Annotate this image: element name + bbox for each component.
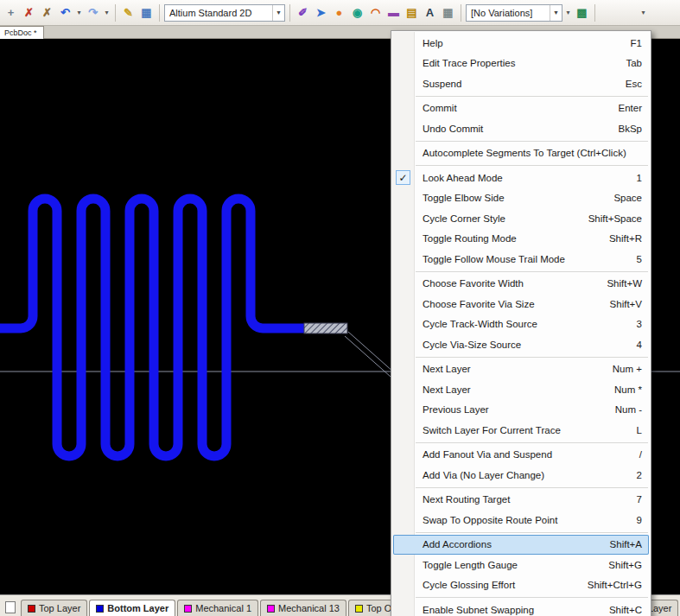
menu-item-shortcut: Shift+C — [595, 605, 642, 615]
variant-board-icon[interactable]: ▩ — [574, 4, 590, 21]
menu-item-autocomplete-segments-to-target-ctrl-click[interactable]: Autocomplete Segments To Target (Ctrl+Cl… — [391, 143, 651, 164]
menu-item-label: Add Via (No Layer Change) — [423, 470, 544, 480]
variations-dropdown-caret[interactable]: ▾ — [564, 4, 572, 21]
menu-item-suspend[interactable]: SuspendEsc — [391, 73, 651, 94]
cross-probe-icon[interactable]: ✗ — [21, 4, 37, 21]
layer-tab-top-layer[interactable]: Top Layer — [21, 600, 87, 616]
place-pad-icon[interactable]: ● — [331, 4, 347, 21]
menu-item-cycle-corner-style[interactable]: Cycle Corner StyleShift+Space — [391, 208, 651, 229]
grid-manager-icon[interactable]: ▦ — [138, 4, 155, 21]
menu-item-commit[interactable]: CommitEnter — [391, 98, 651, 119]
variations-combo-value: [No Variations] — [471, 8, 532, 18]
menu-item-shortcut: Shift+V — [596, 299, 642, 309]
serpentine-trace[interactable] — [0, 199, 304, 456]
layer-tab-label: Mechanical 1 — [195, 603, 251, 613]
menu-separator — [416, 271, 648, 272]
main-toolbar: +✗✗↶▾↷▾✎▦Altium Standard 2D▼✐➤●◉◠▬▤A▦[No… — [0, 0, 680, 26]
menu-item-label: Edit Trace Properties — [423, 58, 515, 68]
menu-item-help[interactable]: HelpF1 — [391, 33, 651, 54]
view-configuration-combo-caret-icon[interactable]: ▼ — [272, 5, 282, 21]
variations-combo-caret-icon[interactable]: ▼ — [550, 5, 559, 21]
place-arc-icon[interactable]: ◠ — [367, 4, 384, 21]
menu-item-choose-favorite-via-size[interactable]: Choose Favorite Via SizeShift+V — [391, 294, 651, 314]
toolbar-separator — [594, 4, 595, 22]
menu-item-look-ahead-mode[interactable]: ✓Look Ahead Mode1 — [391, 168, 651, 188]
checkmark-icon: ✓ — [396, 170, 410, 185]
menu-item-shortcut: 7 — [623, 494, 642, 505]
layer-tab-mechanical-1[interactable]: Mechanical 1 — [177, 600, 258, 616]
menu-item-next-layer[interactable]: Next LayerNum + — [391, 359, 651, 380]
sheet-icon[interactable] — [5, 601, 16, 613]
menu-item-cycle-glossing-effort[interactable]: Cycle Glossing EffortShift+Ctrl+G — [391, 575, 651, 596]
place-component-icon[interactable]: ▦ — [440, 4, 456, 21]
undo-button[interactable]: ↶ — [57, 4, 73, 21]
menu-item-add-fanout-via-and-suspend[interactable]: Add Fanout Via and Suspend/ — [391, 445, 651, 466]
magic-wand-icon[interactable]: ✎ — [120, 4, 137, 21]
menu-item-label: Swap To Opposite Route Point — [423, 515, 557, 525]
menu-item-add-accordions[interactable]: Add AccordionsShift+A — [393, 535, 649, 556]
menu-item-shortcut: 4 — [623, 340, 642, 350]
hatched-track-segment[interactable] — [304, 323, 347, 333]
menu-item-switch-layer-for-current-trace[interactable]: Switch Layer For Current TraceL — [391, 420, 651, 441]
menu-item-label: Toggle Routing Mode — [423, 233, 517, 244]
menu-item-shortcut: Shift+W — [593, 278, 642, 289]
place-polygon-icon[interactable]: ▤ — [404, 4, 420, 21]
place-fill-icon[interactable]: ▬ — [385, 4, 402, 21]
menu-item-cycle-via-size-source[interactable]: Cycle Via-Size Source4 — [391, 334, 651, 355]
menu-item-enable-subnet-swapping[interactable]: Enable Subnet SwappingShift+C — [391, 600, 651, 616]
layer-tab-bottom-layer[interactable]: Bottom Layer — [89, 600, 175, 616]
menu-item-toggle-follow-mouse-trail-mode[interactable]: Toggle Follow Mouse Trail Mode5 — [391, 249, 651, 270]
menu-item-label: Cycle Glossing Effort — [423, 580, 515, 590]
redo-dropdown-caret[interactable]: ▾ — [103, 4, 111, 21]
menu-item-shortcut: 5 — [623, 254, 642, 264]
menu-item-previous-layer[interactable]: Previous LayerNum - — [391, 400, 651, 421]
menu-item-choose-favorite-width[interactable]: Choose Favorite WidthShift+W — [391, 274, 651, 295]
filter-clear-icon[interactable]: ✗ — [39, 4, 55, 21]
toolbar-separator — [461, 4, 461, 22]
menu-item-shortcut: L — [623, 425, 642, 435]
place-via-icon[interactable]: ◉ — [349, 4, 365, 21]
view-configuration-combo-value: Altium Standard 2D — [169, 8, 251, 18]
menu-item-label: Undo Commit — [423, 124, 483, 134]
undo-dropdown-caret[interactable]: ▾ — [75, 4, 83, 21]
interactive-routing-icon[interactable]: ➤ — [313, 4, 329, 21]
menu-item-add-via-no-layer-change[interactable]: Add Via (No Layer Change)2 — [391, 465, 651, 486]
menu-item-label: Suspend — [423, 79, 461, 89]
menu-item-swap-to-opposite-route-point[interactable]: Swap To Opposite Route Point9 — [391, 510, 651, 530]
menu-item-label: Toggle Length Gauge — [423, 560, 518, 570]
menu-item-toggle-elbow-side[interactable]: Toggle Elbow SideSpace — [391, 188, 651, 209]
menu-item-shortcut: Num * — [601, 384, 642, 395]
menu-item-shortcut: 3 — [623, 319, 642, 329]
menu-item-next-routing-target[interactable]: Next Routing Target7 — [391, 490, 651, 511]
menu-separator — [416, 165, 648, 166]
document-tab[interactable]: PcbDoc * — [0, 26, 44, 39]
menu-item-toggle-length-gauge[interactable]: Toggle Length GaugeShift+G — [391, 555, 651, 575]
menu-item-edit-trace-properties[interactable]: Edit Trace PropertiesTab — [391, 54, 651, 74]
menu-separator — [416, 141, 648, 142]
menu-item-shortcut: BkSp — [605, 124, 643, 134]
view-configuration-combo[interactable]: Altium Standard 2D▼ — [164, 4, 285, 22]
toolbar-separator — [115, 4, 116, 22]
menu-item-cycle-track-width-source[interactable]: Cycle Track-Width Source3 — [391, 314, 651, 335]
redo-button[interactable]: ↷ — [85, 4, 101, 21]
menu-separator — [416, 597, 648, 598]
menu-item-shortcut: Shift+G — [594, 560, 642, 570]
menu-item-shortcut: 9 — [623, 515, 642, 525]
menu-item-label: Cycle Track-Width Source — [423, 319, 537, 329]
place-line-icon[interactable]: ✐ — [295, 4, 311, 21]
place-string-icon[interactable]: A — [422, 4, 438, 21]
menu-item-undo-commit[interactable]: Undo CommitBkSp — [391, 118, 651, 139]
toolbar-separator — [159, 4, 160, 22]
menu-item-next-layer[interactable]: Next LayerNum * — [391, 379, 651, 400]
menu-item-label: Look Ahead Mode — [423, 173, 503, 183]
layer-tab-label: Bottom Layer — [107, 603, 168, 613]
menu-separator — [416, 442, 648, 443]
variations-combo[interactable]: [No Variations]▼ — [466, 4, 562, 22]
layer-tab-mechanical-13[interactable]: Mechanical 13 — [260, 600, 346, 616]
pan-tool-icon[interactable]: + — [3, 4, 19, 21]
menu-item-shortcut: Shift+A — [596, 539, 642, 549]
toolbar-overflow-caret[interactable]: ▾ — [639, 4, 647, 21]
menu-item-shortcut: Shift+Ctrl+G — [574, 580, 642, 590]
menu-item-shortcut: Shift+Space — [575, 213, 642, 224]
menu-item-toggle-routing-mode[interactable]: Toggle Routing ModeShift+R — [391, 229, 651, 250]
